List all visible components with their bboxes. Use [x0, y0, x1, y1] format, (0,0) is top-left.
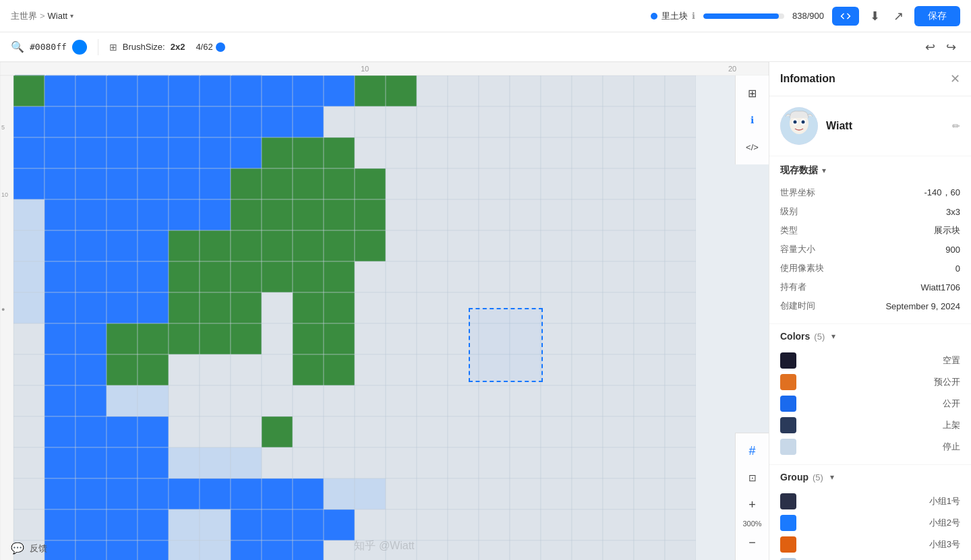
info-panel: Infomation ✕ Wiatt: [769, 62, 971, 560]
group-swatch: [780, 515, 796, 531]
ruler-mark-left: 5: [1, 124, 5, 131]
panel-header: Infomation ✕: [769, 62, 971, 96]
progress-bar: [703, 13, 784, 19]
color-list-item: 上架: [780, 414, 960, 436]
canvas-area[interactable]: 10 20 5 10 ● /* static SVG only */: [0, 62, 769, 560]
info-section: 现存数据 ▾ 世界坐标 -140，60 级别 3x3 类型 展示块 容量大小 9…: [769, 156, 971, 323]
capacity-value: 900: [945, 245, 960, 255]
info-row-level: 级别 3x3: [780, 202, 960, 221]
redo-button[interactable]: ↪: [942, 37, 960, 57]
ruler-mark-left2: 10: [1, 191, 8, 198]
feedback-label[interactable]: 反馈: [30, 542, 47, 555]
main-content: 10 20 5 10 ● /* static SVG only */: [0, 62, 971, 560]
used-value: 0: [955, 263, 960, 274]
colors-header[interactable]: Colors (5) ▾: [780, 331, 960, 342]
download-button[interactable]: ⬇: [867, 6, 883, 26]
info-section-header: 现存数据 ▾: [780, 164, 960, 177]
top-bar: 主世界 > Wiatt ▾ 里土块 ℹ 838/900 ⬇ ↗ 保存: [0, 0, 971, 32]
hashtag-button[interactable]: #: [740, 439, 765, 463]
share-button[interactable]: ↗: [891, 6, 906, 26]
level-value: 3x3: [946, 207, 960, 217]
color-swatch-active[interactable]: [72, 40, 87, 55]
breadcrumb-separator: >: [40, 11, 45, 21]
group-header[interactable]: Group (5) ▾: [780, 472, 960, 483]
info-row-world-coord: 世界坐标 -140，60: [780, 183, 960, 202]
canvas-bottom-tools: # ⊡ + 300% −: [735, 433, 769, 560]
chevron-down-icon[interactable]: ▾: [70, 12, 73, 20]
svg-rect-1: [0, 75, 13, 560]
feedback-icon: 💬: [11, 542, 24, 555]
color-swatch: [780, 352, 796, 369]
group-label: 小组1号: [929, 495, 960, 507]
brush-size-value: 2x2: [171, 42, 185, 52]
avatar-image: [780, 107, 818, 145]
brush-icon: ⊞: [109, 42, 117, 53]
undo-redo-group: ↩ ↪: [921, 37, 960, 57]
breadcrumb: 主世界 > Wiatt ▾: [11, 10, 73, 22]
colors-title: Colors: [780, 331, 810, 342]
save-button[interactable]: 保存: [914, 6, 960, 26]
type-label: 类型: [780, 224, 798, 237]
group-title: Group: [780, 472, 808, 483]
brush-count-text: 4/62: [196, 42, 212, 52]
created-value: September 9, 2024: [885, 301, 960, 311]
info-row-owner: 持有者 Wiatt1706: [780, 278, 960, 297]
color-list-item: 公开: [780, 393, 960, 414]
color-swatch: [780, 396, 796, 412]
svg-rect-0: [0, 62, 769, 75]
group-label: 小组3号: [929, 538, 960, 551]
color-label: 停止: [943, 441, 960, 453]
type-value: 展示块: [934, 224, 960, 237]
undo-button[interactable]: ↩: [921, 37, 939, 57]
progress-text: 838/900: [792, 11, 824, 21]
color-swatch: [780, 439, 796, 455]
feedback-bar: 💬 反馈: [0, 536, 58, 560]
block-info: 里土块 ℹ: [651, 10, 695, 22]
top-bar-right: 里土块 ℹ 838/900 ⬇ ↗ 保存: [651, 6, 960, 26]
color-label: 空置: [943, 354, 960, 367]
breadcrumb-current: Wiatt ▾: [48, 11, 74, 21]
group-count: (5): [813, 472, 823, 483]
code-toggle-button[interactable]: [832, 7, 859, 26]
group-list-item: 小组4号: [780, 555, 960, 560]
group-list-item: 小组1号: [780, 491, 960, 512]
colors-list: 空置 预公开 公开 上架 停止: [780, 350, 960, 458]
color-swatch: [780, 417, 796, 433]
grid-view-button[interactable]: ⊞: [740, 81, 765, 105]
canvas-tools: ⊞ ℹ </>: [735, 75, 769, 164]
group-collapse-icon[interactable]: ▾: [830, 472, 834, 482]
info-icon: ℹ: [692, 11, 695, 21]
info-row-type: 类型 展示块: [780, 221, 960, 240]
group-list-item: 小组2号: [780, 512, 960, 534]
zoom-label: 300%: [742, 520, 761, 528]
table-button[interactable]: ⊡: [740, 466, 765, 490]
divider: [98, 39, 98, 55]
color-list-item: 停止: [780, 436, 960, 458]
edit-user-button[interactable]: ✏: [952, 121, 960, 131]
colors-collapse-icon[interactable]: ▾: [831, 332, 835, 341]
info-section-title: 现存数据: [780, 164, 818, 177]
panel-close-button[interactable]: ✕: [950, 71, 960, 86]
eyedropper-icon[interactable]: 🔍: [11, 40, 24, 53]
svg-point-16: [802, 121, 805, 124]
block-label: 里土块: [661, 10, 688, 22]
add-button[interactable]: +: [740, 493, 765, 517]
code-button[interactable]: </>: [740, 135, 765, 159]
color-label: 公开: [943, 398, 960, 410]
group-list-item: 小组3号: [780, 534, 960, 555]
user-name: Wiatt: [826, 120, 852, 132]
group-swatch: [780, 536, 796, 553]
tool-bar: 🔍 #0080ff ⊞ BrushSize: 2x2 4/62 ↩ ↪: [0, 32, 971, 62]
info-button[interactable]: ℹ: [740, 108, 765, 132]
pixel-canvas[interactable]: [13, 75, 696, 560]
info-row-capacity: 容量大小 900: [780, 240, 960, 259]
color-label: 预公开: [934, 376, 960, 388]
section-collapse-icon[interactable]: ▾: [822, 166, 826, 175]
color-list-item: 预公开: [780, 371, 960, 393]
user-avatar: [780, 107, 818, 145]
progress-bar-fill: [703, 13, 779, 19]
zoom-out-button[interactable]: −: [740, 530, 765, 555]
color-preview[interactable]: 🔍 #0080ff: [11, 40, 87, 55]
owner-label: 持有者: [780, 281, 806, 293]
breadcrumb-home[interactable]: 主世界: [11, 10, 37, 22]
